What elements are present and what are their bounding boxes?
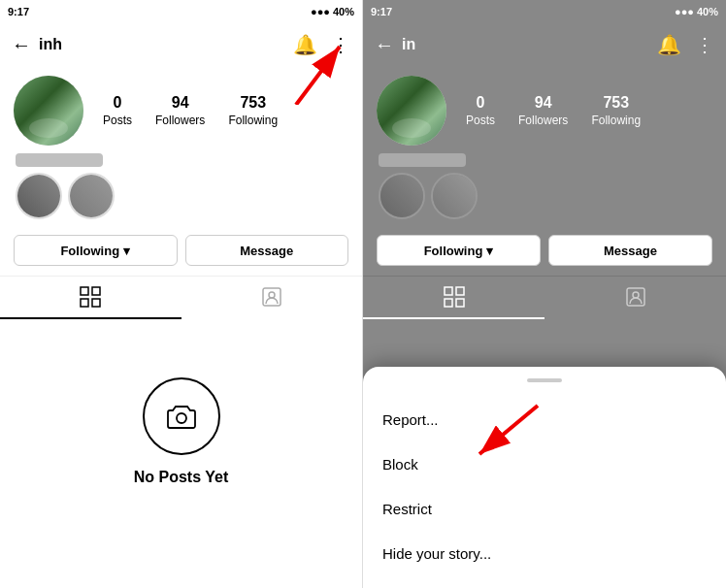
message-button-left[interactable]: Message	[185, 235, 349, 266]
svg-rect-2	[81, 299, 88, 307]
followers-label-left: Followers	[155, 114, 205, 127]
following-count-right: 753	[603, 94, 629, 112]
posts-stat-right: 0 Posts	[466, 94, 495, 127]
posts-count-left: 0	[114, 94, 122, 112]
no-posts-text: No Posts Yet	[134, 469, 229, 486]
back-button-right[interactable]: ←	[375, 34, 394, 56]
action-buttons-right: Following ▾ Message	[363, 229, 726, 276]
following-button-left[interactable]: Following ▾	[14, 235, 178, 266]
notification-icon-right[interactable]: 🔔	[657, 33, 681, 56]
bio-area-right	[377, 153, 712, 219]
stats-left: 0 Posts 94 Followers 753 Following	[103, 94, 348, 127]
notification-icon-left[interactable]: 🔔	[293, 33, 317, 56]
profile-section-right: 0 Posts 94 Followers 753 Following	[363, 66, 726, 229]
following-count-left: 753	[240, 94, 266, 112]
top-nav-right: ← in 🔔 ⋮	[363, 23, 726, 66]
tab-grid-right[interactable]	[363, 277, 544, 319]
sheet-hide-story[interactable]: Hide your story...	[363, 532, 726, 576]
avatar-right	[377, 76, 446, 146]
bottom-sheet: Report... Block Restrict Hide your story…	[363, 367, 726, 588]
status-icons-left: ●●● 40%	[311, 6, 354, 17]
nav-icons-right: 🔔 ⋮	[657, 33, 714, 56]
nav-left-area: ← inh	[12, 34, 62, 56]
story-row-left	[16, 173, 346, 219]
posts-label-left: Posts	[103, 114, 132, 127]
status-bar-right: 9:17 ●●● 40%	[363, 0, 726, 23]
left-panel: 9:17 ●●● 40% ← inh 🔔 ⋮ 0 Posts	[0, 0, 363, 588]
posts-count-right: 0	[477, 94, 485, 112]
story-item-right-2	[431, 173, 478, 219]
tab-grid-left[interactable]	[0, 277, 182, 319]
nav-left-area-right: ← in	[375, 34, 415, 56]
sheet-block[interactable]: Block	[363, 442, 726, 487]
camera-icon	[164, 399, 199, 434]
svg-rect-11	[445, 299, 452, 307]
posts-label-right: Posts	[466, 114, 495, 127]
bio-name-right	[379, 153, 466, 167]
tab-tagged-left[interactable]	[182, 277, 363, 319]
profile-top-left: 0 Posts 94 Followers 753 Following	[14, 76, 348, 146]
followers-count-left: 94	[172, 94, 189, 112]
top-nav-left: ← inh 🔔 ⋮	[0, 23, 362, 66]
status-icons-right: ●●● 40%	[675, 6, 718, 17]
followers-count-right: 94	[535, 94, 552, 112]
username-right: in	[402, 36, 415, 53]
posts-stat-left: 0 Posts	[103, 94, 132, 127]
tagged-icon-left	[261, 286, 282, 308]
status-time-right: 9:17	[371, 6, 392, 17]
bio-name-left	[16, 153, 103, 167]
tab-tagged-right[interactable]	[544, 277, 726, 319]
avatar-image-right	[377, 76, 446, 146]
username-left: inh	[39, 36, 62, 53]
menu-icon-left[interactable]: ⋮	[331, 33, 350, 56]
svg-point-5	[269, 292, 275, 298]
profile-top-right: 0 Posts 94 Followers 753 Following	[377, 76, 712, 146]
story-row-right	[379, 173, 710, 219]
story-item-right-1	[379, 173, 425, 219]
story-item-1	[16, 173, 62, 219]
stats-right: 0 Posts 94 Followers 753 Following	[466, 94, 712, 127]
svg-point-14	[633, 292, 639, 298]
svg-rect-3	[92, 299, 100, 307]
svg-rect-1	[92, 287, 100, 295]
camera-circle	[143, 377, 220, 455]
avatar-image-left	[14, 76, 83, 146]
following-label-right: Following	[591, 114, 641, 127]
tabs-row-right	[363, 276, 726, 319]
back-button-left[interactable]: ←	[12, 34, 31, 56]
menu-icon-right[interactable]: ⋮	[695, 33, 714, 56]
story-item-2	[68, 173, 115, 219]
profile-section-left: 0 Posts 94 Followers 753 Following	[0, 66, 362, 229]
svg-point-6	[177, 413, 186, 423]
bio-area-left	[14, 153, 348, 219]
following-stat-right: 753 Following	[591, 94, 641, 127]
message-button-right[interactable]: Message	[548, 235, 712, 266]
grid-icon-right	[444, 286, 465, 308]
followers-stat-left: 94 Followers	[155, 94, 205, 127]
following-label-left: Following	[228, 114, 278, 127]
following-stat-left: 753 Following	[228, 94, 278, 127]
sheet-restrict[interactable]: Restrict	[363, 487, 726, 532]
svg-rect-0	[81, 287, 88, 295]
tagged-icon-right	[625, 286, 646, 308]
svg-rect-9	[445, 287, 452, 295]
tabs-row-left	[0, 276, 362, 319]
avatar-left	[14, 76, 83, 146]
svg-rect-10	[456, 287, 464, 295]
nav-icons-left: 🔔 ⋮	[293, 33, 350, 56]
grid-icon-left	[80, 286, 101, 308]
status-bar-left: 9:17 ●●● 40%	[0, 0, 362, 23]
right-panel: 9:17 ●●● 40% ← in 🔔 ⋮ 0 Posts	[363, 0, 726, 588]
following-button-right[interactable]: Following ▾	[377, 235, 541, 266]
sheet-handle	[527, 378, 562, 382]
followers-label-right: Followers	[518, 114, 568, 127]
followers-stat-right: 94 Followers	[518, 94, 568, 127]
status-time-left: 9:17	[8, 6, 29, 17]
action-buttons-left: Following ▾ Message	[0, 229, 362, 276]
svg-rect-12	[456, 299, 464, 307]
sheet-report[interactable]: Report...	[363, 398, 726, 442]
no-posts-section: No Posts Yet	[0, 319, 362, 506]
